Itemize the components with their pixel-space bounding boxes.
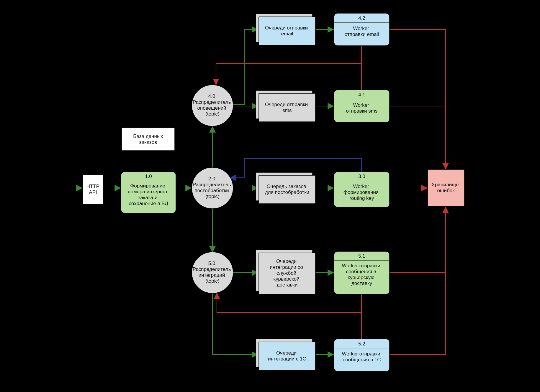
node-error-store: Хранилище ошибок	[428, 169, 464, 206]
svg-text:5.2: 5.2	[358, 341, 365, 347]
queue-1c: Очереди интеграции с 1С	[256, 339, 315, 370]
queue-courier: Очереди интеграции со службой курьерской…	[256, 250, 315, 294]
node-1-0: 1.0 Формирование номера интернет заказа …	[121, 172, 176, 213]
diagram-canvas: HTTPAPI База данныхзаказов 1.0 Формирова…	[0, 0, 540, 392]
queue-sms: Очереди отправки sms	[256, 90, 315, 122]
svg-rect-22	[122, 128, 175, 151]
svg-text:5.1: 5.1	[358, 253, 365, 259]
worker-3-0: 3.0 Worker формирования routing key	[334, 172, 390, 207]
node-http-api: HTTPAPI	[83, 175, 103, 204]
worker-4-2: 4.2 Worker отправки email	[334, 13, 390, 46]
worker-5-2: 5.2 Worker отправки сообщения в 1С	[334, 339, 390, 371]
svg-text:1.0: 1.0	[145, 174, 152, 179]
svg-text:Очередь заказов
      для пост: Очередь заказов для постобработки	[265, 184, 309, 195]
worker-4-1: 4.1 Worker отправки sms	[334, 90, 390, 122]
queue-email: Очереди отправки email	[256, 14, 315, 45]
svg-text:3.0: 3.0	[358, 174, 365, 179]
svg-text:4.2: 4.2	[358, 15, 365, 21]
svg-text:4.1: 4.1	[358, 92, 365, 98]
svg-text:Worker отправки
      сообщени: Worker отправки сообщения в 1С	[342, 351, 382, 363]
node-4-0: 4.0 Распределитель оповещений (topic)	[192, 85, 233, 126]
node-5-0: 5.0 Распределитель интеграций (topic)	[192, 252, 233, 293]
worker-5-1: 5.1 Worker отправки сообщения в курьерск…	[334, 251, 390, 294]
node-db-orders: База данныхзаказов	[122, 128, 175, 151]
queue-post: Очередь заказов для постобработки	[256, 172, 315, 204]
node-2-0: 2.0 Распределитель постобработки (topic)	[192, 167, 233, 209]
